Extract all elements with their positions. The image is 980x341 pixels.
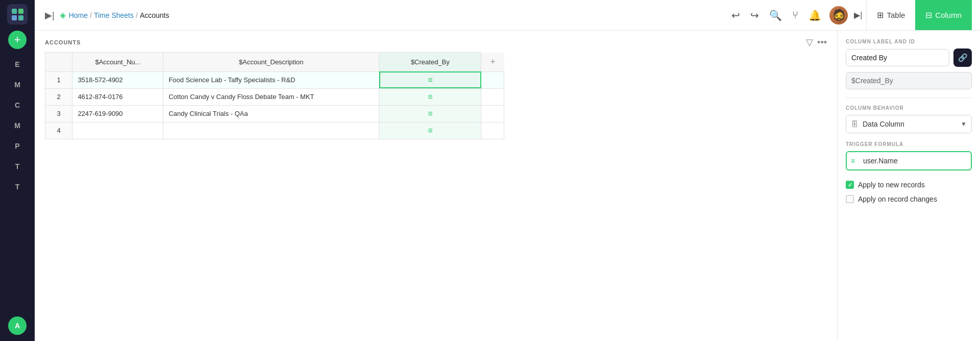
column-id-input[interactable]: [846, 72, 972, 89]
logo-dot-3: [12, 15, 17, 20]
cell-formula-icon-1: ≡: [428, 76, 432, 84]
sidebar-item-t1[interactable]: T: [8, 157, 27, 176]
column-label-section-header: COLUMN LABEL AND ID: [846, 39, 972, 44]
sheet-table-wrapper: $Account_Nu... $Account_Description $Cre…: [35, 52, 837, 341]
column-label-row: 🔗: [846, 48, 972, 67]
database-icon: 🗄: [851, 120, 858, 128]
sheet-toolbar: ACCOUNTS ▽ •••: [35, 31, 837, 52]
col-header-created-by[interactable]: $Created_By: [379, 53, 481, 72]
col-header-account-desc[interactable]: $Account_Description: [163, 53, 379, 72]
table-row: 4 ≡: [45, 122, 504, 139]
topnav-center: ↩ ↪ 🔍 ⑂ 🔔 🧔 ▶|: [729, 6, 862, 25]
avatar-image: 🧔: [832, 10, 846, 21]
column-view-button[interactable]: ⊟ Column: [915, 0, 972, 30]
main-wrapper: ▶| ◈ Home / Time Sheets / Accounts ↩ ↪ 🔍…: [35, 0, 980, 341]
topnav-right-collapse-icon[interactable]: ▶|: [854, 10, 862, 20]
topnav-left: ▶| ◈ Home / Time Sheets / Accounts: [43, 8, 725, 23]
behavior-select-wrapper: 🗄 Data Column Formula Column Lookup Colu…: [846, 115, 972, 133]
avatar[interactable]: 🧔: [829, 6, 848, 25]
breadcrumb-sep2: /: [136, 11, 138, 19]
sidebar-item-e[interactable]: E: [8, 55, 27, 74]
sheet-title: ACCOUNTS: [45, 39, 81, 45]
row-num-3: 3: [45, 105, 72, 122]
link-icon: 🔗: [958, 53, 968, 62]
cell-account-num-4[interactable]: [72, 122, 163, 139]
col-header-add: +: [481, 53, 504, 72]
cell-account-desc-4[interactable]: [163, 122, 379, 139]
divider-1: [846, 98, 972, 98]
table-row: 1 3518-572-4902 Food Science Lab - Taffy…: [45, 71, 504, 88]
trigger-formula-section-header: TRIGGER FORMULA: [846, 141, 972, 147]
column-icon: ⊟: [925, 10, 932, 20]
col-header-rownum: [45, 53, 72, 72]
breadcrumb-sep1: /: [90, 11, 92, 19]
logo-dot-4: [18, 15, 23, 20]
cell-account-num-2[interactable]: 4612-874-0176: [72, 88, 163, 105]
sidebar-toggle-icon[interactable]: ▶|: [43, 8, 57, 23]
col-header-account-num[interactable]: $Account_Nu...: [72, 53, 163, 72]
apply-on-record-changes-checkbox[interactable]: [846, 195, 854, 203]
apply-on-record-changes-label: Apply on record changes: [858, 195, 937, 203]
sidebar-item-a[interactable]: A: [8, 316, 27, 335]
cell-account-num-3[interactable]: 2247-619-9090: [72, 105, 163, 122]
cell-add-1: [481, 71, 504, 88]
share-icon[interactable]: ⑂: [790, 7, 800, 23]
cell-formula-icon-3: ≡: [428, 109, 432, 118]
cell-add-3: [481, 105, 504, 122]
cell-account-desc-1[interactable]: Food Science Lab - Taffy Specialists - R…: [163, 71, 379, 88]
table-view-label: Table: [887, 11, 905, 19]
redo-icon[interactable]: ↪: [748, 7, 761, 23]
table-icon: ⊞: [877, 10, 884, 20]
sheet-area: ACCOUNTS ▽ ••• $Account_Nu... $Account_D…: [35, 31, 837, 341]
logo-dot-2: [18, 9, 23, 14]
sheet-table: $Account_Nu... $Account_Description $Cre…: [45, 52, 504, 139]
column-label-input[interactable]: [846, 49, 949, 66]
sidebar: + E M C M P T T A: [0, 0, 35, 341]
cell-add-4: [481, 122, 504, 139]
apply-to-new-records-label: Apply to new records: [858, 181, 925, 189]
formula-input-wrapper: ≡: [846, 151, 972, 170]
cell-account-num-1[interactable]: 3518-572-4902: [72, 71, 163, 88]
sidebar-item-c[interactable]: C: [8, 96, 27, 114]
add-button[interactable]: +: [8, 31, 27, 49]
formula-input[interactable]: [846, 151, 972, 170]
apply-on-record-changes-row[interactable]: Apply on record changes: [846, 192, 972, 206]
right-panel: COLUMN LABEL AND ID 🔗 COLUMN BEHAVIOR 🗄 …: [837, 31, 980, 341]
table-row: 2 4612-874-0176 Cotton Candy v Candy Flo…: [45, 88, 504, 105]
behavior-select[interactable]: Data Column Formula Column Lookup Column: [846, 115, 972, 133]
table-view-button[interactable]: ⊞ Table: [867, 0, 915, 30]
undo-icon[interactable]: ↩: [729, 7, 742, 23]
cell-formula-icon-4: ≡: [428, 126, 432, 135]
more-options-icon[interactable]: •••: [817, 37, 827, 48]
app-logo: [7, 4, 28, 25]
link-copy-button[interactable]: 🔗: [953, 48, 972, 67]
logo-grid: [12, 9, 23, 20]
sidebar-item-m1[interactable]: M: [8, 76, 27, 94]
cell-created-by-4[interactable]: ≡: [379, 122, 481, 139]
breadcrumb-timesheets[interactable]: Time Sheets: [94, 11, 134, 19]
row-num-2: 2: [45, 88, 72, 105]
topnav: ▶| ◈ Home / Time Sheets / Accounts ↩ ↪ 🔍…: [35, 0, 980, 31]
cell-created-by-1[interactable]: ≡: [379, 71, 481, 88]
breadcrumb: Home / Time Sheets / Accounts: [69, 11, 169, 19]
search-icon[interactable]: 🔍: [767, 7, 784, 23]
filter-icon[interactable]: ▽: [806, 37, 813, 48]
view-toggle: ⊞ Table ⊟ Column: [866, 0, 972, 30]
breadcrumb-current: Accounts: [140, 11, 169, 19]
sidebar-item-m2[interactable]: M: [8, 116, 27, 135]
column-behavior-section-header: COLUMN BEHAVIOR: [846, 105, 972, 111]
bell-icon[interactable]: 🔔: [806, 7, 823, 23]
row-num-4: 4: [45, 122, 72, 139]
content-area: ACCOUNTS ▽ ••• $Account_Nu... $Account_D…: [35, 31, 980, 341]
sidebar-item-p[interactable]: P: [8, 137, 27, 155]
add-column-button[interactable]: +: [490, 57, 496, 67]
cell-created-by-2[interactable]: ≡: [379, 88, 481, 105]
formula-icon: ≡: [851, 157, 855, 165]
cell-created-by-3[interactable]: ≡: [379, 105, 481, 122]
apply-to-new-records-row[interactable]: Apply to new records: [846, 178, 972, 192]
cell-account-desc-2[interactable]: Cotton Candy v Candy Floss Debate Team -…: [163, 88, 379, 105]
breadcrumb-home[interactable]: Home: [69, 11, 88, 19]
cell-account-desc-3[interactable]: Candy Clinical Trials - QAa: [163, 105, 379, 122]
apply-to-new-records-checkbox[interactable]: [846, 181, 854, 189]
sidebar-item-t2[interactable]: T: [8, 178, 27, 196]
